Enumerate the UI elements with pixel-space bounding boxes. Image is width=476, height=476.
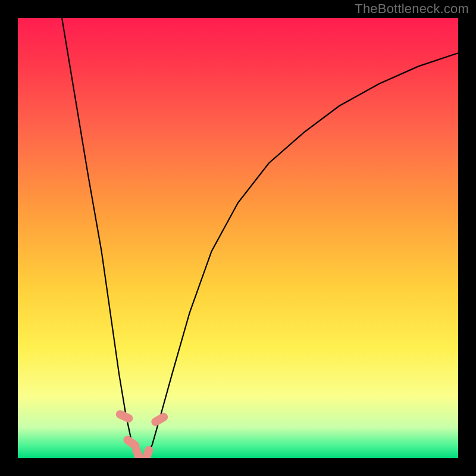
curve-marker [150, 411, 170, 427]
watermark-text: TheBottleneck.com [355, 1, 469, 17]
bottleneck-curve [62, 18, 458, 456]
curve-marker [115, 409, 134, 424]
chart-frame: TheBottleneck.com [0, 0, 476, 476]
curve-marker [140, 445, 154, 458]
curve-layer [18, 18, 458, 458]
curve-markers [115, 409, 170, 458]
